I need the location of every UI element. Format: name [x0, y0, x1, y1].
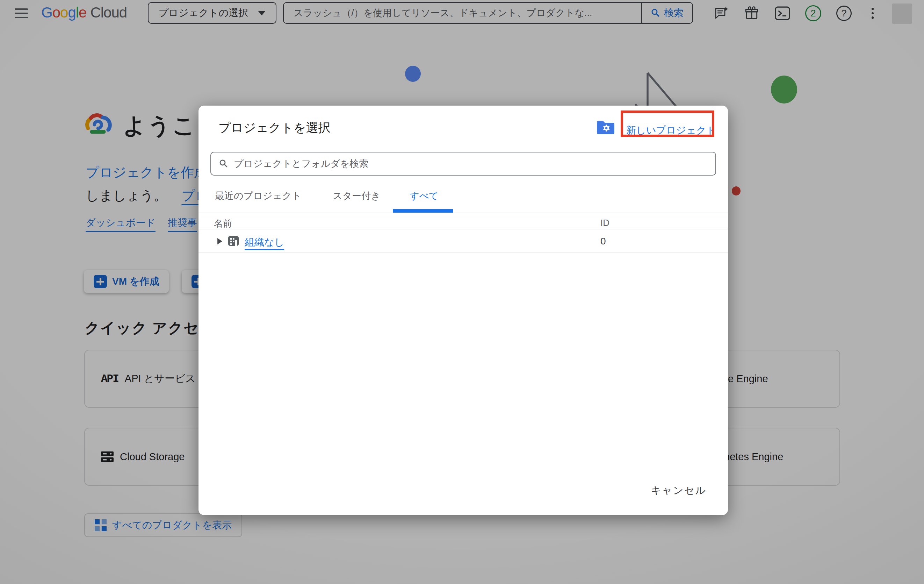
dialog-title: プロジェクトを選択 — [218, 119, 331, 136]
cancel-button[interactable]: キャンセル — [651, 484, 706, 498]
table-row[interactable]: 組織なし 0 — [198, 229, 728, 253]
folder-gear-icon — [597, 119, 614, 134]
tab-all[interactable]: すべて — [409, 190, 439, 202]
no-organization-link[interactable]: 組織なし — [245, 236, 284, 249]
tab-starred[interactable]: スター付き — [333, 190, 381, 202]
tab-recent-projects[interactable]: 最近のプロジェクト — [215, 190, 301, 202]
tabs-divider — [198, 213, 728, 213]
row-id-value: 0 — [601, 236, 606, 247]
search-icon — [219, 159, 229, 169]
project-search-box — [210, 152, 716, 175]
project-search-input[interactable] — [234, 159, 708, 169]
annotation-highlight-box — [620, 111, 714, 137]
column-header-id: ID — [601, 218, 609, 228]
organization-icon — [228, 235, 239, 247]
expand-arrow-icon[interactable] — [217, 238, 222, 245]
column-header-name: 名前 — [214, 218, 232, 230]
manage-folders-button[interactable] — [597, 119, 615, 135]
project-picker-dialog: プロジェクトを選択 新しいプロジェクト 最近のプロジェクト スター付き すべて … — [198, 106, 728, 515]
active-tab-indicator — [393, 209, 453, 213]
